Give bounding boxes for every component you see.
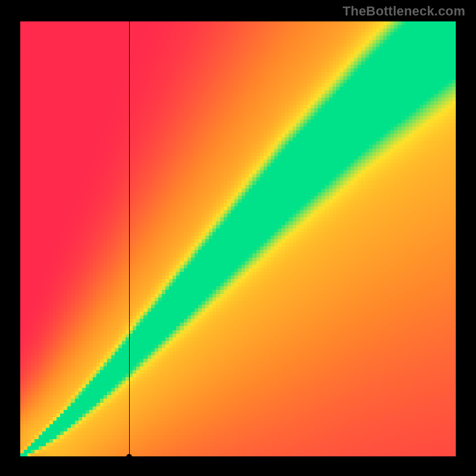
- chart-frame: TheBottleneck.com: [0, 0, 476, 476]
- watermark-text: TheBottleneck.com: [343, 4, 465, 19]
- bottleneck-heatmap: [20, 21, 456, 457]
